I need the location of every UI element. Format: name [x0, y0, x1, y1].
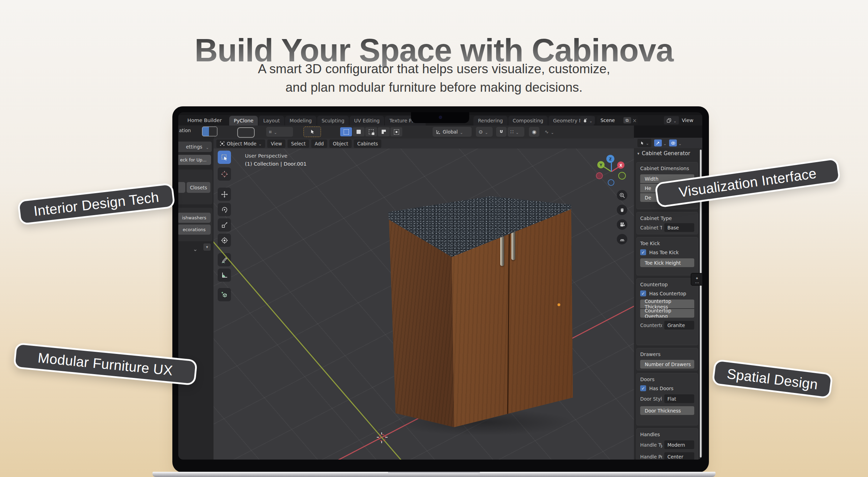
pan-button[interactable] — [617, 205, 627, 215]
new-scene-button[interactable] — [623, 117, 631, 123]
gizmo-dropdown[interactable] — [637, 139, 651, 147]
asset-tool-dropdown[interactable] — [266, 127, 293, 137]
scene-browse-button[interactable] — [580, 116, 595, 124]
tool-rotate[interactable] — [218, 203, 231, 216]
snap-target-dropdown[interactable] — [508, 127, 524, 137]
library-tab-stub[interactable] — [178, 182, 185, 193]
scene-name-field[interactable]: Scene — [597, 116, 638, 124]
gizmo-z-ball[interactable]: Z — [606, 155, 614, 163]
view-layer-button[interactable] — [664, 116, 679, 124]
sidebar-header-label: ation — [179, 128, 191, 133]
handle-type-dropdown[interactable]: Modern — [664, 440, 694, 449]
active-tool-indicator[interactable] — [304, 127, 321, 137]
tab-pyclone[interactable]: PyClone — [229, 116, 258, 126]
menu-object[interactable]: Object — [329, 139, 352, 148]
chevron-down-icon[interactable] — [193, 243, 198, 253]
handle-position-label: Handle Po... — [640, 454, 662, 460]
grid-view-button[interactable] — [617, 234, 627, 244]
toe-kick-height-slider[interactable]: Toe Kick Height — [640, 258, 694, 267]
tool-transform[interactable] — [218, 234, 231, 247]
page: Build Your Space with Cabinova A smart 3… — [0, 0, 868, 477]
has-doors-checkbox[interactable] — [640, 385, 646, 391]
section-toe-kick: Toe Kick Has Toe Kick Toe Kick Height — [636, 237, 698, 275]
cursor-3d-tick — [381, 441, 382, 443]
menu-view[interactable]: View — [267, 139, 285, 148]
select-extend-mode-icon[interactable] — [353, 127, 365, 136]
tool-measure[interactable] — [218, 268, 231, 282]
library-group-2: ishwashers ecorations — [178, 208, 212, 241]
tab-sculpting[interactable]: Sculpting — [317, 116, 349, 126]
transform-orientation-dropdown[interactable]: Global — [433, 127, 472, 137]
panel-title-row[interactable]: Cabinet Generator — [637, 150, 690, 157]
has-toe-kick-checkbox[interactable] — [640, 249, 646, 255]
tab-uv-editing[interactable]: UV Editing — [350, 116, 384, 126]
countertop-thickness-slider[interactable]: Countertop Thickness — [640, 300, 694, 308]
menu-add[interactable]: Add — [311, 139, 327, 148]
countertop-material-label: Counterto... — [640, 323, 662, 328]
gizmo-y-neg-ball[interactable] — [618, 172, 626, 180]
tab-modeling[interactable]: Modeling — [285, 116, 316, 126]
tool-add-cube[interactable] — [218, 288, 231, 301]
zoom-button[interactable] — [617, 190, 627, 200]
door-style-dropdown[interactable]: Flat — [664, 394, 694, 403]
camera-view-button[interactable] — [617, 219, 627, 230]
settings-dropdown[interactable]: ettings — [178, 142, 212, 152]
workspace-tabs-left: PyClone Layout Modeling Sculpting UV Edi… — [229, 115, 426, 126]
gizmo-y-ball[interactable]: Y — [597, 161, 605, 168]
mode-dropdown[interactable]: Object Mode — [216, 139, 265, 148]
proportional-edit-toggle[interactable] — [529, 127, 539, 137]
select-box-mode-icon[interactable] — [340, 127, 352, 136]
chevron-down-icon — [259, 141, 262, 146]
select-subtract-mode-icon[interactable] — [365, 127, 377, 136]
tool-settings-bar: Global — [214, 126, 634, 139]
menu-cabinets[interactable]: Cabinets — [354, 139, 381, 148]
tool-scale[interactable] — [218, 218, 231, 232]
has-countertop-checkbox[interactable] — [640, 290, 646, 296]
has-countertop-label: Has Countertop — [649, 291, 686, 296]
sidebar-filter-input[interactable] — [202, 127, 217, 136]
orientation-value: Global — [443, 129, 458, 135]
select-difference-mode-icon[interactable] — [378, 127, 390, 136]
orientation-axes-icon — [435, 129, 441, 135]
countertop-material-dropdown[interactable]: Granite — [664, 321, 694, 330]
menu-select[interactable]: Select — [287, 139, 309, 148]
menu-home-builder[interactable]: Home Builder — [187, 115, 222, 126]
number-of-drawers-slider[interactable]: Number of Drawers — [640, 360, 694, 369]
close-icon[interactable] — [633, 117, 637, 124]
view-layer-selector: View — [664, 116, 693, 124]
collapse-button[interactable] — [203, 243, 211, 251]
tool-cursor[interactable] — [218, 167, 231, 181]
panel-options-popover[interactable] — [691, 273, 702, 286]
pivot-point-dropdown[interactable] — [476, 127, 493, 137]
door-thickness-slider[interactable]: Door Thickness — [640, 406, 694, 415]
tab-compositing[interactable]: Compositing — [508, 116, 548, 126]
overlays-toggle[interactable] — [669, 139, 677, 146]
magnet-icon — [499, 129, 504, 135]
chevron-down-icon — [206, 144, 209, 150]
gizmos-toggle[interactable] — [654, 139, 662, 146]
cursor-3d-icon — [221, 171, 228, 178]
viewport-3d[interactable]: User Perspective (1) Collection | Door.0… — [214, 149, 634, 460]
cabinet-type-label: Cabinet Ty — [640, 225, 662, 230]
gizmo-x-ball[interactable]: X — [617, 161, 624, 169]
countertop-overhang-slider[interactable]: Countertop Overhang — [640, 309, 694, 318]
add-cube-icon — [221, 291, 228, 298]
tab-layout[interactable]: Layout — [259, 116, 284, 126]
decorations-button[interactable]: ecorations — [178, 225, 211, 235]
viewport-header: Object Mode View Select Add Object Cabin… — [214, 138, 634, 149]
check-for-updates-button[interactable]: eck for Up... — [178, 155, 211, 165]
tab-rendering[interactable]: Rendering — [473, 116, 508, 126]
gizmo-x-neg-ball[interactable] — [596, 172, 603, 179]
closets-button[interactable]: Closets — [187, 182, 210, 193]
tool-select-box[interactable] — [218, 151, 231, 164]
falloff-dropdown[interactable] — [542, 127, 559, 137]
handle-position-dropdown[interactable]: Center — [664, 452, 694, 460]
cabinet-type-dropdown[interactable]: Base — [664, 223, 694, 232]
dishwashers-button[interactable]: ishwashers — [178, 213, 211, 223]
snap-toggle[interactable] — [496, 127, 507, 137]
laptop-notch — [411, 112, 469, 123]
select-intersect-mode-icon[interactable] — [390, 127, 402, 136]
gizmo-z-neg-ball[interactable] — [608, 179, 614, 186]
tool-move[interactable] — [218, 188, 231, 201]
hand-icon — [619, 207, 625, 213]
